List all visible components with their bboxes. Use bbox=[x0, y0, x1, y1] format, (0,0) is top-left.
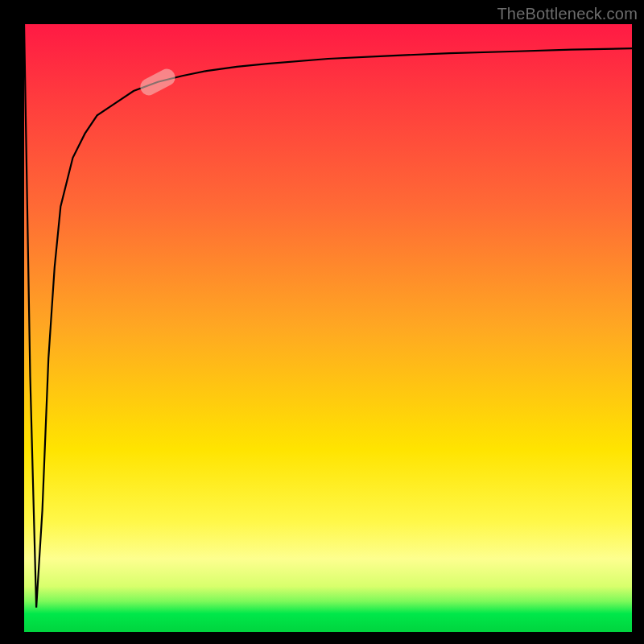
chart-frame: TheBottleneck.com bbox=[0, 0, 644, 644]
attribution-text: TheBottleneck.com bbox=[497, 5, 638, 23]
bottleneck-curve bbox=[24, 24, 632, 632]
plot-area bbox=[24, 24, 632, 632]
curve-path bbox=[24, 24, 632, 608]
